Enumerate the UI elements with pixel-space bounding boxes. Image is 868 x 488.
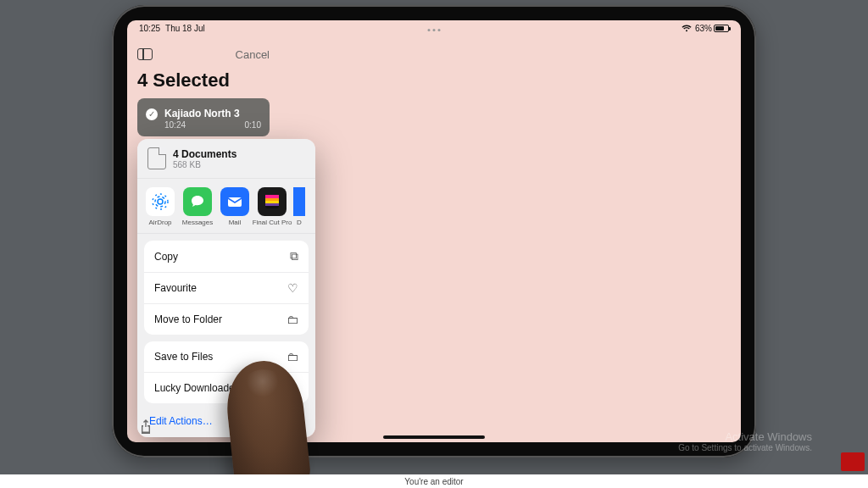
ipad-screen: 10:25 Thu 18 Jul 63% Cancel 4 Selected ✓: [127, 20, 741, 442]
action-copy[interactable]: Copy ⧉: [144, 241, 309, 273]
status-bar: 10:25 Thu 18 Jul 63%: [127, 20, 741, 36]
action-label: Copy: [154, 251, 178, 263]
action-label: Move to Folder: [154, 313, 222, 325]
folder-icon: 🗀: [287, 350, 298, 363]
recording-item[interactable]: ✓Kajiado North 3 10:24 0:10: [137, 98, 270, 136]
battery-indicator: 63%: [695, 24, 729, 33]
ipad-frame: 10:25 Thu 18 Jul 63% Cancel 4 Selected ✓: [112, 5, 756, 458]
multitask-dots[interactable]: [428, 29, 441, 31]
share-app-label: Final Cut Pro: [253, 219, 292, 226]
action-label: Save to Files: [154, 351, 213, 363]
battery-percent: 63%: [695, 24, 712, 33]
extra-app-icon: [293, 187, 305, 216]
channel-logo: [841, 452, 865, 471]
share-app-label: AirDrop: [148, 219, 171, 226]
share-app-extra[interactable]: D: [293, 187, 305, 226]
svg-point-1: [155, 197, 165, 207]
folder-icon: 🗀: [287, 313, 298, 326]
watermark-title: Activate Windows: [678, 430, 812, 443]
cancel-button[interactable]: Cancel: [236, 48, 270, 61]
recording-title: Kajiado North 3: [164, 108, 240, 119]
share-app-airdrop[interactable]: AirDrop: [144, 187, 176, 226]
watermark-subtitle: Go to Settings to activate Windows.: [678, 443, 812, 452]
sidebar-toggle-icon[interactable]: [137, 48, 153, 60]
footer-text: You're an editor: [404, 477, 463, 486]
clock: 10:25: [139, 24, 160, 33]
wifi-icon: [682, 25, 692, 32]
recording-duration: 0:10: [245, 120, 261, 130]
share-doc-size: 568 KB: [173, 160, 236, 169]
share-app-label: Messages: [182, 219, 213, 226]
share-header: 4 Documents 568 KB: [137, 139, 315, 179]
action-label: Favourite: [154, 282, 197, 294]
share-app-finalcutpro[interactable]: Final Cut Pro: [256, 187, 288, 226]
share-app-label: D: [297, 219, 302, 226]
mail-icon: [220, 187, 249, 216]
finalcutpro-icon: [258, 187, 287, 216]
heart-icon: ♡: [287, 281, 298, 295]
windows-watermark: Activate Windows Go to Settings to activ…: [678, 430, 812, 452]
share-app-label: Mail: [229, 219, 242, 226]
share-icon[interactable]: [139, 419, 153, 434]
action-label: Lucky Downloader: [154, 382, 238, 394]
svg-rect-6: [265, 198, 279, 201]
footer-bar: You're an editor: [0, 474, 868, 488]
share-action-group-1: Copy ⧉ Favourite ♡ Move to Folder 🗀: [144, 241, 309, 335]
home-indicator[interactable]: [383, 435, 485, 439]
share-app-mail[interactable]: Mail: [219, 187, 251, 226]
svg-rect-7: [265, 201, 279, 203]
action-favourite[interactable]: Favourite ♡: [144, 273, 309, 304]
svg-point-0: [158, 199, 163, 204]
messages-icon: [183, 187, 212, 216]
date: Thu 18 Jul: [165, 24, 205, 33]
svg-rect-5: [265, 195, 279, 198]
svg-rect-8: [265, 203, 279, 206]
selection-title: 4 Selected: [137, 69, 270, 92]
share-doc-count: 4 Documents: [173, 148, 236, 160]
share-apps-row[interactable]: AirDrop Messages Mail: [137, 179, 315, 234]
share-app-messages[interactable]: Messages: [181, 187, 214, 226]
action-move-to-folder[interactable]: Move to Folder 🗀: [144, 304, 309, 335]
document-icon: [147, 147, 166, 169]
airdrop-icon: [146, 187, 175, 216]
check-icon: ✓: [146, 108, 158, 120]
copy-icon: ⧉: [290, 249, 298, 263]
